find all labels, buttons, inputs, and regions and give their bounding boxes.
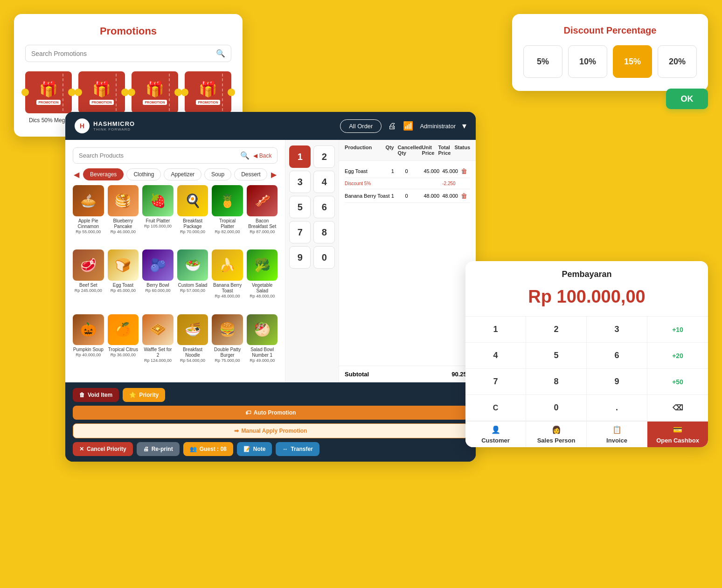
product-item-2[interactable]: 🍓 Fruit Platter Rp 105.000,00 (142, 185, 174, 246)
product-item-14[interactable]: 🧇 Waffle Set for 2 Rp 124.000,00 (142, 314, 174, 375)
sales-person-button[interactable]: 👩 Sales Person (526, 421, 587, 447)
cancel-priority-button[interactable]: ✕ Cancel Priority (73, 442, 133, 456)
product-item-10[interactable]: 🍌 Banana Berry Toast Rp 48.000,00 (212, 249, 243, 310)
product-item-12[interactable]: 🎃 Pumpkin Soup Rp 40.000,00 (73, 314, 104, 375)
product-item-13[interactable]: 🍊 Tropical Citrus Rp 36.000,00 (108, 314, 139, 375)
order-item-2: Banana Berry Toast 1 0 48.000 48.000 🗑 (345, 189, 470, 203)
admin-chevron-icon[interactable]: ▾ (462, 121, 466, 131)
product-name-0: Apple Pie Cinnamon (73, 218, 104, 229)
category-dessert[interactable]: Dessert (234, 168, 267, 180)
promo-row: 🏷 Auto Promotion (73, 406, 468, 420)
discount-20-button[interactable]: 20% (658, 45, 697, 78)
numpad-4[interactable]: 4 (313, 171, 335, 193)
void-item-button[interactable]: 🗑 Void Item (73, 388, 119, 402)
wifi-icon: 📶 (403, 121, 413, 131)
pay-5[interactable]: 5 (526, 343, 587, 369)
product-image-9: 🥗 (177, 249, 208, 281)
pay-4[interactable]: 4 (465, 343, 526, 369)
discount-15-button[interactable]: 15% (613, 45, 652, 78)
numpad-0[interactable]: 0 (313, 246, 335, 269)
numpad-2[interactable]: 2 (313, 145, 335, 168)
product-item-8[interactable]: 🫐 Berry Bowl Rp 60.000,00 (142, 249, 174, 310)
pay-8[interactable]: 8 (526, 369, 587, 395)
pay-backspace[interactable]: ⌫ (647, 395, 708, 421)
numpad-7[interactable]: 7 (289, 221, 311, 243)
numpad-6[interactable]: 6 (313, 196, 335, 218)
product-item-5[interactable]: 🥓 Bacon Breakfast Set Rp 87.000,00 (247, 185, 278, 246)
pay-7[interactable]: 7 (465, 369, 526, 395)
product-price-10: Rp 48.000,00 (215, 294, 240, 298)
numpad-3[interactable]: 3 (289, 171, 311, 193)
reprint-button[interactable]: 🖨 Re-print (137, 442, 180, 456)
promotions-search-bar[interactable]: 🔍 (25, 45, 231, 62)
pay-1[interactable]: 1 (465, 317, 526, 343)
category-prev-button[interactable]: ◀ (73, 169, 80, 180)
invoice-button[interactable]: 📋 Invoice (587, 421, 647, 447)
discount-5-button[interactable]: 5% (523, 45, 562, 78)
discount-10-button[interactable]: 10% (568, 45, 607, 78)
product-item-6[interactable]: 🥩 Beef Set Rp 245.000,00 (73, 249, 104, 310)
category-clothing[interactable]: Clothing (126, 168, 161, 180)
category-next-button[interactable]: ▶ (270, 169, 278, 180)
priority-button[interactable]: ⭐ Priority (123, 388, 165, 402)
guest-button[interactable]: 👥 Guest : 08 (183, 442, 233, 456)
product-item-16[interactable]: 🍔 Double Patty Burger Rp 75.000,00 (212, 314, 243, 375)
product-image-13: 🍊 (108, 314, 139, 346)
product-item-11[interactable]: 🥦 Vegetable Salad Rp 48.000,00 (247, 249, 278, 310)
back-button[interactable]: ◀ Back (253, 152, 271, 159)
product-item-1[interactable]: 🥞 Blueberry Pancake Rp 46.000,00 (108, 185, 139, 246)
pay-plus50[interactable]: +50 (647, 369, 708, 395)
manual-promotion-button[interactable]: ➡ Manual Apply Promotion (73, 423, 468, 438)
category-beverages[interactable]: Beverages (83, 168, 124, 180)
pay-plus10[interactable]: +10 (647, 317, 708, 343)
order-header: Production Qty Cancelled Qty Unit Price … (339, 140, 476, 161)
product-item-3[interactable]: 🍳 Breakfast Package Rp 70.000,00 (177, 185, 208, 246)
promo-card-0[interactable]: 🎁 PROMOTION Dics 50% Mega (25, 71, 72, 124)
numpad-8[interactable]: 8 (313, 221, 335, 243)
category-appetizer[interactable]: Appetizer (164, 168, 201, 180)
product-name-5: Bacon Breakfast Set (247, 218, 278, 229)
category-soup[interactable]: Soup (204, 168, 231, 180)
pay-2[interactable]: 2 (526, 317, 587, 343)
numpad-9[interactable]: 9 (289, 246, 311, 269)
subtotal-label: Subtotal (345, 371, 369, 378)
note-button[interactable]: 📝 Note (237, 442, 272, 456)
printer-icon[interactable]: 🖨 (388, 121, 396, 131)
pay-plus20[interactable]: +20 (647, 343, 708, 369)
product-price-11: Rp 48.000,00 (250, 294, 275, 298)
product-name-1: Blueberry Pancake (108, 218, 139, 229)
product-image-11: 🥦 (247, 249, 278, 281)
numpad-1[interactable]: 1 (289, 145, 311, 168)
auto-promotion-button[interactable]: 🏷 Auto Promotion (73, 406, 468, 420)
order-items: Egg Toast 1 0 45.000 45.000 🗑 Discount 5… (339, 161, 476, 366)
pay-c[interactable]: C (465, 395, 526, 421)
col-cancelled: Cancelled Qty (398, 145, 422, 156)
product-item-17[interactable]: 🥙 Salad Bowl Number 1 Rp 49.000,00 (247, 314, 278, 375)
product-name-15: Breakfast Noodle (177, 347, 208, 358)
product-price-16: Rp 75.000,00 (215, 358, 240, 363)
product-search-bar[interactable]: 🔍 ◀ Back (73, 147, 278, 164)
product-item-0[interactable]: 🥧 Apple Pie Cinnamon Rp 55.000,00 (73, 185, 104, 246)
transfer-button[interactable]: ↔ Transfer (276, 442, 319, 456)
pay-6[interactable]: 6 (587, 343, 647, 369)
delete-item-0[interactable]: 🗑 (461, 167, 470, 175)
pay-0[interactable]: 0 (526, 395, 587, 421)
numpad-5[interactable]: 5 (289, 196, 311, 218)
delete-item-2[interactable]: 🗑 (461, 192, 470, 200)
product-item-4[interactable]: 🍍 Tropical Platter Rp 82.000,00 (212, 185, 243, 246)
product-search-input[interactable] (79, 152, 240, 159)
promotions-search-input[interactable] (31, 50, 216, 57)
all-order-button[interactable]: All Order (340, 119, 382, 133)
pay-9[interactable]: 9 (587, 369, 647, 395)
pay-dot[interactable]: . (587, 395, 647, 421)
product-price-2: Rp 105.000,00 (144, 224, 172, 228)
product-item-15[interactable]: 🍜 Breakfast Noodle Rp 54.000,00 (177, 314, 208, 375)
payment-amount: Rp 100.000,00 (465, 283, 708, 316)
cashbox-icon: 💳 (673, 425, 682, 434)
product-item-9[interactable]: 🥗 Custom Salad Rp 57.000,00 (177, 249, 208, 310)
ok-button[interactable]: OK (666, 89, 708, 109)
pay-3[interactable]: 3 (587, 317, 647, 343)
product-item-7[interactable]: 🍞 Egg Toast Rp 45.000,00 (108, 249, 139, 310)
open-cashbox-button[interactable]: 💳 Open Cashbox (647, 421, 708, 447)
customer-button[interactable]: 👤 Customer (465, 421, 526, 447)
